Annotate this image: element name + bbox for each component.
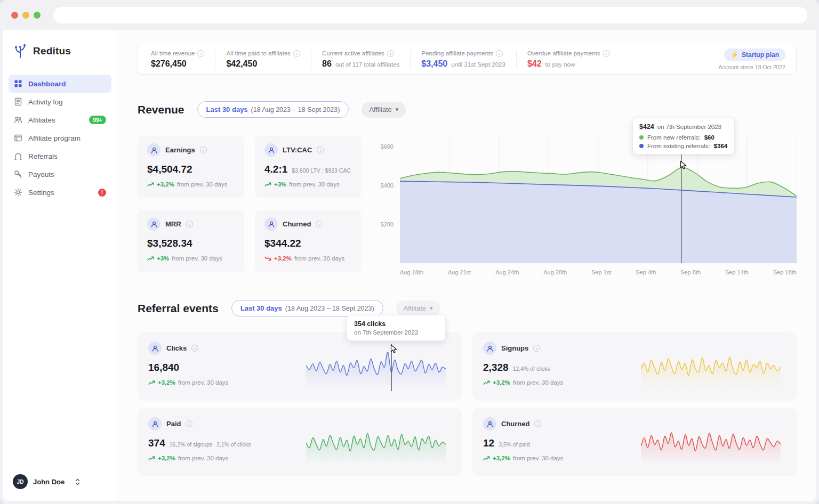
churned-metric-icon bbox=[264, 217, 278, 231]
referrals-icon bbox=[14, 152, 22, 160]
revenue-date-range-button[interactable]: Last 30 days (18 Aug 2023 – 18 Sept 2023… bbox=[197, 101, 349, 118]
info-icon[interactable]: i bbox=[603, 50, 610, 57]
info-icon[interactable]: i bbox=[186, 420, 192, 427]
metric-value: 16,840 bbox=[148, 362, 298, 373]
info-icon[interactable]: i bbox=[197, 50, 204, 57]
revenue-metric-cards: Earnings i $4,504.72 +3,2% from prev. 30… bbox=[138, 136, 362, 275]
sidebar-nav: Dashboard Activity log Affiliates 99+ bbox=[9, 75, 111, 201]
sidebar-item-activity-log[interactable]: Activity log bbox=[9, 93, 111, 111]
account-since-text: Account since 18 Oct 2022 bbox=[719, 64, 786, 70]
summary-stats-bar: All time revenuei $276,450 All time paid… bbox=[138, 44, 797, 75]
signups-sparkline[interactable] bbox=[641, 346, 781, 387]
browser-window: Reditus Dashboard Activity log bbox=[0, 0, 819, 504]
stat-all-time-paid: All time paid to affiliatesi $42,450 bbox=[215, 50, 311, 69]
info-icon[interactable]: i bbox=[387, 50, 394, 57]
metric-change: +3% from prev. 30 days bbox=[147, 255, 235, 262]
tooltip-new-referrals-row: From new referrals: $60 bbox=[639, 134, 728, 141]
nav-label: Affiliates bbox=[28, 116, 55, 124]
close-window-button[interactable] bbox=[11, 12, 18, 19]
affiliates-count-badge: 99+ bbox=[89, 116, 106, 124]
info-icon[interactable]: i bbox=[317, 147, 324, 153]
tooltip-value: 354 clicks bbox=[354, 320, 438, 328]
range-label: Last 30 days bbox=[240, 304, 282, 312]
user-name: John Doe bbox=[33, 478, 65, 486]
metric-change: +3,2% from prev. 30 days bbox=[483, 455, 632, 461]
metric-label: LTV:CAC bbox=[283, 146, 312, 154]
filter-label: Affiliate bbox=[369, 105, 391, 113]
tooltip-date: on 7th September 2023 bbox=[354, 329, 438, 336]
x-axis-tick: Sep 1st bbox=[591, 269, 611, 275]
chevron-updown-icon bbox=[74, 478, 81, 486]
address-bar[interactable] bbox=[53, 7, 807, 23]
sidebar-item-payouts[interactable]: Payouts bbox=[9, 165, 111, 183]
churned-sparkline[interactable] bbox=[641, 422, 781, 462]
revenue-affiliate-filter[interactable]: Affiliate ▾ bbox=[362, 102, 406, 118]
revenue-crosshair bbox=[681, 140, 682, 263]
earnings-card: Earnings i $4,504.72 +3,2% from prev. 30… bbox=[138, 136, 244, 198]
trend-up-icon bbox=[147, 256, 154, 261]
reditus-logo-icon bbox=[13, 44, 28, 59]
minimize-window-button[interactable] bbox=[22, 12, 29, 19]
chart-y-axis: $600$400$200 bbox=[375, 137, 397, 263]
x-axis-tick: Sep 14th bbox=[725, 269, 749, 275]
metric-value: $4,504.72 bbox=[147, 164, 235, 175]
paid-sparkline[interactable] bbox=[306, 422, 446, 462]
info-icon[interactable]: i bbox=[191, 345, 198, 352]
range-dates: (18 Aug 2023 – 18 Sept 2023) bbox=[285, 305, 374, 312]
stat-label: All time paid to affiliates bbox=[226, 50, 291, 56]
avatar: JD bbox=[13, 474, 28, 489]
churned-card: Churned i 123,5% of paid +3,2% from prev… bbox=[472, 408, 797, 476]
tooltip-date: on 7th September 2023 bbox=[657, 124, 721, 130]
stat-value: $42,450 bbox=[226, 59, 257, 69]
revenue-chart-tooltip: $424 on 7th September 2023 From new refe… bbox=[632, 118, 735, 155]
sidebar-item-affiliate-program[interactable]: Affiliate program bbox=[9, 129, 111, 147]
signups-card: Signups i 2,32812,4% of clicks +3,2% fro… bbox=[472, 332, 797, 401]
sidebar-item-settings[interactable]: Settings ! bbox=[9, 183, 111, 201]
stat-suffix: to pay now bbox=[545, 61, 575, 68]
sidebar: Reditus Dashboard Activity log bbox=[3, 30, 117, 501]
nav-label: Affiliate program bbox=[28, 134, 81, 142]
activity-log-icon bbox=[14, 97, 22, 106]
metric-change: +3% from prev. 30 days bbox=[264, 181, 352, 188]
user-menu[interactable]: JD John Doe bbox=[9, 470, 111, 493]
metric-value: $344.22 bbox=[264, 238, 352, 249]
mrr-metric-icon bbox=[147, 217, 160, 231]
trend-up-icon bbox=[483, 380, 490, 385]
stat-value: $3,450 bbox=[421, 59, 447, 69]
referral-affiliate-filter[interactable]: Affiliate ▾ bbox=[396, 300, 440, 316]
payouts-key-icon bbox=[14, 170, 22, 178]
logo[interactable]: Reditus bbox=[9, 30, 111, 75]
stat-pending-payments: Pending affiliate paymentsi $3,450until … bbox=[411, 50, 517, 69]
metric-value: $3,528.34 bbox=[147, 238, 235, 249]
metric-value: 2,32812,4% of clicks bbox=[483, 362, 632, 373]
earnings-metric-icon bbox=[147, 143, 160, 157]
startup-plan-button[interactable]: ⚡ Startup plan bbox=[724, 48, 785, 61]
trend-down-icon bbox=[264, 256, 271, 261]
clicks-card: Clicks i 16,840 +3,2% from prev. 30 days bbox=[138, 332, 462, 401]
info-icon[interactable]: i bbox=[496, 50, 503, 57]
info-icon[interactable]: i bbox=[200, 147, 207, 153]
main-content: All time revenuei $276,450 All time paid… bbox=[117, 30, 816, 501]
revenue-chart-plot[interactable]: $424 on 7th September 2023 From new refe… bbox=[400, 137, 797, 263]
existing-referrals-dot bbox=[639, 144, 644, 148]
stat-value: 86 bbox=[322, 59, 332, 69]
info-icon[interactable]: i bbox=[316, 221, 323, 227]
info-icon[interactable]: i bbox=[534, 420, 541, 427]
info-icon[interactable]: i bbox=[186, 221, 193, 227]
sidebar-item-affiliates[interactable]: Affiliates 99+ bbox=[9, 111, 111, 129]
metric-change: +3,2% from prev. 30 days bbox=[148, 455, 298, 461]
metric-label: Signups bbox=[501, 344, 528, 352]
affiliate-program-icon bbox=[14, 134, 22, 142]
stat-label: Pending affiliate payments bbox=[421, 50, 493, 56]
sidebar-item-dashboard[interactable]: Dashboard bbox=[9, 75, 111, 93]
chevron-down-icon: ▾ bbox=[430, 305, 433, 311]
fullscreen-window-button[interactable] bbox=[34, 12, 41, 19]
info-icon[interactable]: i bbox=[293, 50, 300, 57]
info-icon[interactable]: i bbox=[533, 345, 540, 352]
app-name: Reditus bbox=[33, 45, 71, 57]
trend-up-icon bbox=[148, 380, 155, 385]
clicks-sparkline[interactable] bbox=[306, 346, 446, 387]
referral-date-range-button[interactable]: Last 30 days (18 Aug 2023 – 18 Sept 2023… bbox=[231, 300, 383, 316]
nav-label: Activity log bbox=[28, 98, 63, 106]
sidebar-item-referrals[interactable]: Referrals bbox=[9, 147, 111, 165]
